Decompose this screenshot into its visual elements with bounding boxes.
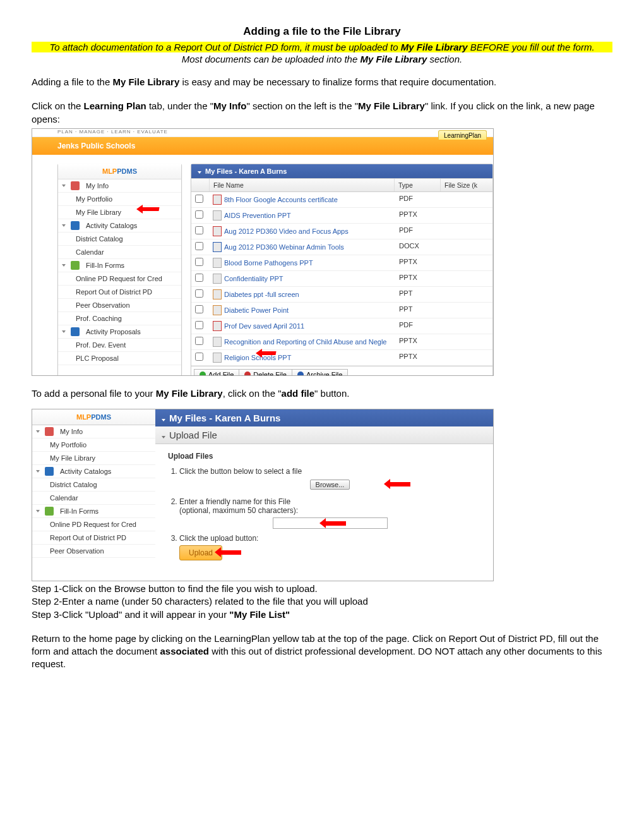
col-filename: File Name xyxy=(210,179,395,191)
table-row[interactable]: Confidentiality PPTPPTX xyxy=(191,271,492,287)
sidebar2-activity-catalogs[interactable]: Activity Catalogs xyxy=(32,465,155,478)
sidebar2-myfilelibrary[interactable]: My File Library xyxy=(32,452,155,465)
user-icon xyxy=(71,181,80,190)
table-row[interactable]: 8th Floor Google Accounts certificatePDF xyxy=(191,192,492,208)
table-row[interactable]: Recognition and Reporting of Child Abuse… xyxy=(191,334,492,350)
row-checkbox[interactable] xyxy=(191,350,209,365)
sidebar2-peer-obs[interactable]: Peer Observation xyxy=(32,545,155,558)
file-icon xyxy=(213,226,222,236)
file-type-cell: PPT xyxy=(395,287,441,302)
sidebar-peer-obs[interactable]: Peer Observation xyxy=(58,299,181,312)
row-checkbox[interactable] xyxy=(191,239,209,255)
browse-button[interactable]: Browse... xyxy=(310,480,350,490)
row-checkbox[interactable] xyxy=(191,271,209,286)
subtitle: Most documents can be uploaded into the … xyxy=(32,54,612,64)
row-checkbox[interactable] xyxy=(191,334,209,349)
file-name-cell[interactable]: Aug 2012 PD360 Video and Focus Apps xyxy=(209,224,395,239)
arrow-icon xyxy=(323,518,354,528)
col-type: Type xyxy=(395,179,441,191)
file-name-cell[interactable]: Blood Borne Pathogens PPT xyxy=(209,255,395,270)
delete-file-button[interactable]: Delete File xyxy=(239,369,292,376)
file-name-cell[interactable]: Diabetes ppt -full screen xyxy=(209,287,395,302)
sidebar-myinfo[interactable]: My Info xyxy=(58,179,181,193)
step-1-text: Step 1-Click on the Browse button to fin… xyxy=(32,583,612,595)
sidebar-myportfolio[interactable]: My Portfolio xyxy=(58,193,181,206)
table-row[interactable]: Aug 2012 PD360 Webinar Admin ToolsDOCX xyxy=(191,239,492,255)
file-size-cell xyxy=(441,192,492,207)
add-file-button[interactable]: Add File xyxy=(194,369,239,376)
file-type-cell: PPTX xyxy=(395,350,441,365)
row-checkbox[interactable] xyxy=(191,287,209,302)
sidebar-myfilelibrary[interactable]: My File Library xyxy=(58,206,181,219)
sidebar-prof-dev-event[interactable]: Prof. Dev. Event xyxy=(58,339,181,352)
file-type-cell: PDF xyxy=(395,318,441,334)
file-icon xyxy=(213,274,222,284)
upload-step3: Click the upload button: Upload xyxy=(179,534,480,560)
sidebar-district-catalog[interactable]: District Catalog xyxy=(58,233,181,246)
sidebar-report-out[interactable]: Report Out of District PD xyxy=(58,286,181,299)
row-checkbox[interactable] xyxy=(191,208,209,223)
sidebar2-fillin-forms[interactable]: Fill-In Forms xyxy=(32,505,155,518)
highlight-banner: To attach documentation to a Report Out … xyxy=(32,42,612,52)
learningplan-tab[interactable]: LearningPlan xyxy=(438,130,487,140)
file-name-cell[interactable]: 8th Floor Google Accounts certificate xyxy=(209,192,395,207)
file-name-cell[interactable]: Prof Dev saved April 2011 xyxy=(209,318,395,334)
sidebar2-online-pd[interactable]: Online PD Request for Cred xyxy=(32,518,155,531)
file-name-cell[interactable]: Aug 2012 PD360 Webinar Admin Tools xyxy=(209,239,395,255)
file-name-cell[interactable]: Confidentiality PPT xyxy=(209,271,395,286)
sidebar2-myinfo[interactable]: My Info xyxy=(32,425,155,438)
table-row[interactable]: Diabetes ppt -full screenPPT xyxy=(191,287,492,303)
file-name-cell[interactable]: Diabetic Power Point xyxy=(209,303,395,318)
sidebar-plc-proposal[interactable]: PLC Proposal xyxy=(58,352,181,365)
file-name-cell[interactable]: Recognition and Reporting of Child Abuse… xyxy=(209,334,395,349)
row-checkbox[interactable] xyxy=(191,192,209,207)
steps-block: Step 1-Click on the Browse button to fin… xyxy=(32,583,612,621)
sidebar-prof-coaching[interactable]: Prof. Coaching xyxy=(58,312,181,325)
table-row[interactable]: Prof Dev saved April 2011PDF xyxy=(191,318,492,334)
sidebar2-myportfolio[interactable]: My Portfolio xyxy=(32,438,155,452)
sidebar-activity-catalogs[interactable]: Activity Catalogs xyxy=(58,219,181,233)
plus-icon xyxy=(200,372,206,376)
row-checkbox[interactable] xyxy=(191,255,209,270)
hl-bold: My File Library xyxy=(401,42,468,52)
paragraph-1: Adding a file to the My File Library is … xyxy=(32,76,612,88)
sidebar2-district-catalog[interactable]: District Catalog xyxy=(32,478,155,492)
paragraph-2: Click on the Learning Plan tab, under th… xyxy=(32,100,612,126)
sidebar-fillin-forms[interactable]: Fill-In Forms xyxy=(58,259,181,272)
upload-subheader: Upload File xyxy=(155,426,493,444)
sidebar-activity-proposals[interactable]: Activity Proposals xyxy=(58,325,181,339)
file-size-cell xyxy=(441,334,492,349)
row-checkbox[interactable] xyxy=(191,303,209,318)
sidebar-online-pd[interactable]: Online PD Request for Cred xyxy=(58,272,181,286)
file-size-cell xyxy=(441,303,492,318)
table-row[interactable]: Aug 2012 PD360 Video and Focus AppsPDF xyxy=(191,224,492,239)
delete-icon xyxy=(244,372,251,376)
table-row[interactable]: Blood Borne Pathogens PPTPPTX xyxy=(191,255,492,271)
table-row[interactable]: Religion Schools PPTPPTX xyxy=(191,350,492,366)
sidebar-calendar[interactable]: Calendar xyxy=(58,246,181,259)
file-size-cell xyxy=(441,239,492,255)
file-name-cell[interactable]: AIDS Prevention PPT xyxy=(209,208,395,223)
file-type-cell: PPTX xyxy=(395,255,441,270)
table-row[interactable]: AIDS Prevention PPTPPTX xyxy=(191,208,492,224)
row-checkbox[interactable] xyxy=(191,224,209,239)
sidebar2-calendar[interactable]: Calendar xyxy=(32,492,155,505)
file-type-cell: DOCX xyxy=(395,239,441,255)
file-size-cell xyxy=(441,287,492,302)
paragraph-3: To add a personal file to your My File L… xyxy=(32,387,612,400)
sub-prefix: Most documents can be uploaded into the xyxy=(182,54,361,64)
row-checkbox[interactable] xyxy=(191,318,209,334)
arrow-icon xyxy=(140,205,165,214)
file-icon xyxy=(213,195,222,205)
table-row[interactable]: Diabetic Power PointPPT xyxy=(191,303,492,318)
file-type-cell: PPTX xyxy=(395,271,441,286)
file-name-cell[interactable]: Religion Schools PPT xyxy=(209,350,395,365)
table-header: File Name Type File Size (k xyxy=(191,178,492,192)
hl-suffix: BEFORE you fill out the form. xyxy=(468,42,595,52)
main-panel-2: My Files - Karen A Burns Upload File Upl… xyxy=(155,409,493,581)
archive-file-button[interactable]: Archive File xyxy=(292,369,348,376)
sidebar2-report-out[interactable]: Report Out of District PD xyxy=(32,531,155,545)
screenshot-1: PLAN · MANAGE · LEARN · EVALUATE Learnin… xyxy=(32,128,494,376)
form-icon xyxy=(71,261,80,270)
step-2-text: Step 2-Enter a name (under 50 characters… xyxy=(32,595,612,608)
